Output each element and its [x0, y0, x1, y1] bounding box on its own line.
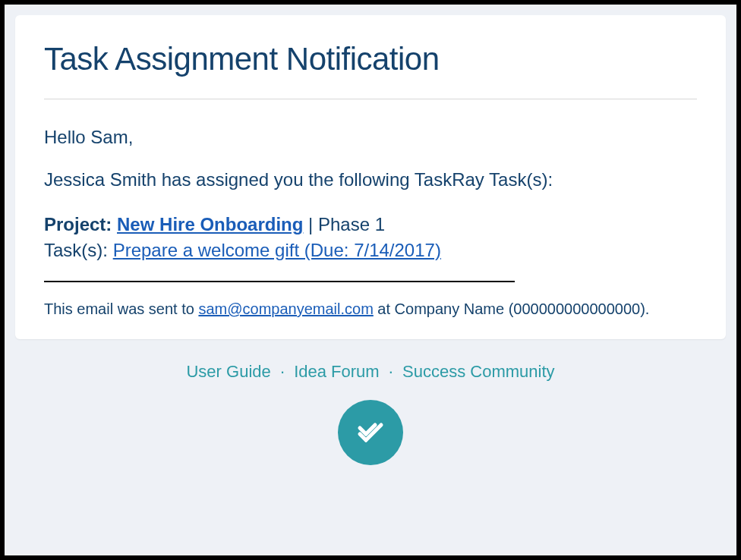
page-background: Task Assignment Notification Hello Sam, …	[5, 5, 736, 555]
idea-forum-link[interactable]: Idea Forum	[294, 362, 380, 381]
project-line: Project: New Hire Onboarding | Phase 1	[44, 212, 697, 238]
notification-card: Task Assignment Notification Hello Sam, …	[15, 15, 726, 339]
project-link[interactable]: New Hire Onboarding	[117, 214, 303, 234]
taskray-logo-icon	[338, 400, 403, 465]
user-guide-link[interactable]: User Guide	[186, 362, 270, 381]
recipient-email-link[interactable]: sam@companyemail.com	[198, 300, 373, 317]
footer-links: User Guide · Idea Forum · Success Commun…	[5, 362, 736, 382]
divider	[44, 99, 697, 99]
sent-line: This email was sent to sam@companyemail.…	[44, 300, 697, 318]
logo-container	[5, 400, 736, 465]
project-label: Project:	[44, 214, 112, 234]
page-title: Task Assignment Notification	[44, 41, 697, 77]
task-link[interactable]: Prepare a welcome gift (Due: 7/14/2017)	[113, 240, 441, 260]
assignment-text: Jessica Smith has assigned you the follo…	[44, 169, 697, 190]
dot-separator: ·	[280, 362, 285, 381]
success-community-link[interactable]: Success Community	[402, 362, 555, 381]
sent-suffix: at Company Name (000000000000000).	[374, 300, 650, 317]
sent-prefix: This email was sent to	[44, 300, 198, 317]
tasks-line: Task(s): Prepare a welcome gift (Due: 7/…	[44, 238, 697, 263]
content-divider	[44, 281, 515, 282]
dot-separator: ·	[389, 362, 393, 381]
phase-separator: |	[303, 214, 318, 234]
tasks-label: Task(s):	[44, 240, 113, 260]
phase-text: Phase 1	[318, 214, 385, 234]
greeting-text: Hello Sam,	[44, 127, 697, 148]
